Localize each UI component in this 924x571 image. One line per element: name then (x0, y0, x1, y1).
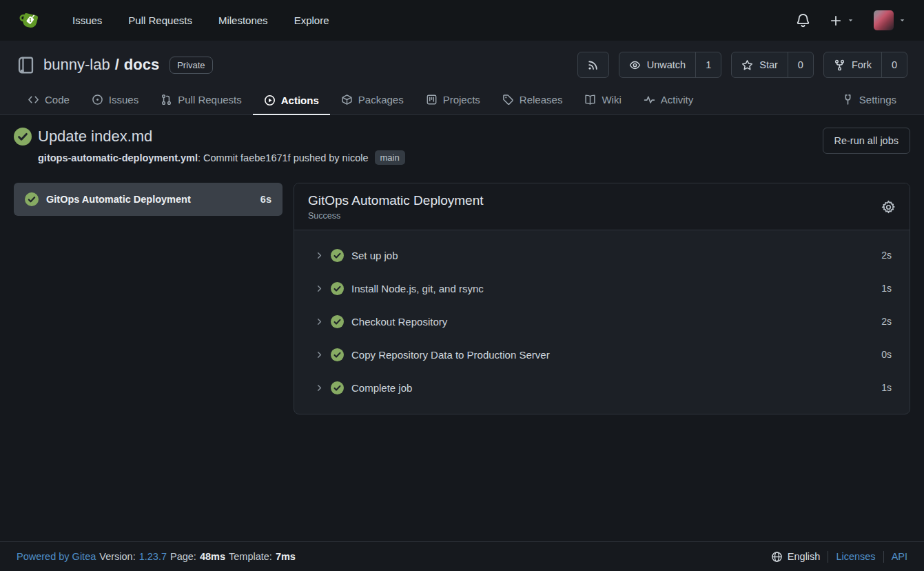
tab-wiki[interactable]: Wiki (573, 85, 632, 114)
run-success-check-icon (14, 128, 32, 146)
eye-icon (629, 59, 641, 71)
tab-projects[interactable]: Projects (415, 85, 491, 114)
repo-name-link[interactable]: docs (124, 56, 159, 74)
create-new-menu[interactable] (830, 14, 854, 27)
watchers-count[interactable]: 1 (695, 52, 721, 77)
stars-count[interactable]: 0 (788, 52, 813, 77)
step-success-check-icon (331, 315, 344, 328)
run-title: Update index.md (38, 128, 152, 146)
step-name: Install Node.js, git, and rsync (351, 283, 874, 294)
repo-path-separator: / (115, 56, 119, 74)
tab-pull-requests[interactable]: Pull Requests (150, 85, 253, 114)
pull-request-icon (161, 94, 172, 106)
step-name: Complete job (351, 382, 874, 394)
tab-label: Pull Requests (178, 94, 242, 106)
step-row[interactable]: Copy Repository Data to Production Serve… (294, 338, 910, 371)
tab-label: Projects (443, 94, 480, 106)
template-time: 7ms (276, 551, 296, 562)
powered-by-gitea-link[interactable]: Powered by Gitea (17, 551, 96, 562)
page-label: Page: (170, 551, 196, 562)
forks-count[interactable]: 0 (881, 52, 907, 77)
tab-issues[interactable]: Issues (81, 85, 150, 114)
licenses-link[interactable]: Licenses (836, 551, 875, 562)
nav-link-pull-requests[interactable]: Pull Requests (115, 14, 205, 26)
api-link[interactable]: API (892, 551, 907, 562)
tab-settings[interactable]: Settings (831, 85, 907, 114)
project-board-icon (426, 94, 438, 106)
gitea-logo[interactable] (18, 9, 41, 32)
pulse-icon (644, 94, 655, 106)
chevron-right-icon[interactable] (315, 284, 324, 293)
job-steps-list: Set up job 2s Install Node.js, git, and … (294, 230, 910, 414)
nav-link-issues[interactable]: Issues (59, 14, 115, 26)
breadcrumb: bunny-lab / docs (43, 56, 159, 74)
step-row[interactable]: Complete job 1s (294, 371, 910, 404)
version-link[interactable]: 1.23.7 (139, 551, 167, 562)
branch-badge[interactable]: main (375, 150, 405, 165)
footer-divider (883, 551, 884, 563)
package-cube-icon (341, 94, 353, 106)
repo-owner-link[interactable]: bunny-lab (43, 56, 110, 74)
version-label: Version: (99, 551, 135, 562)
unwatch-button[interactable]: Unwatch (619, 52, 695, 77)
chevron-right-icon[interactable] (315, 317, 324, 326)
job-duration: 6s (260, 194, 271, 205)
step-success-check-icon (331, 348, 344, 361)
step-row[interactable]: Install Node.js, git, and rsync 1s (294, 272, 910, 305)
step-row[interactable]: Checkout Repository 2s (294, 305, 910, 338)
top-navbar: Issues Pull Requests Milestones Explore (0, 0, 924, 41)
tab-activity[interactable]: Activity (633, 85, 705, 114)
run-subtitle: gitops-automatic-deployment.yml : Commit… (38, 150, 405, 165)
step-row[interactable]: Set up job 2s (294, 239, 910, 272)
tab-label: Code (45, 94, 70, 106)
tab-releases[interactable]: Releases (491, 85, 574, 114)
star-button[interactable]: Star (732, 52, 788, 77)
step-success-check-icon (331, 249, 344, 262)
star-label: Star (759, 59, 778, 70)
job-list-item-selected[interactable]: GitOps Automatic Deployment 6s (14, 183, 283, 216)
chevron-down-icon (847, 17, 854, 24)
chevron-right-icon[interactable] (315, 383, 324, 392)
notifications-bell-icon[interactable] (796, 13, 810, 28)
footer-divider (828, 551, 828, 563)
fork-icon (834, 59, 845, 71)
watch-button-group: Unwatch 1 (619, 52, 722, 78)
tab-label: Issues (109, 94, 138, 106)
rerun-all-jobs-button[interactable]: Re-run all jobs (823, 128, 911, 154)
job-status-text: Success (308, 211, 484, 221)
chevron-right-icon[interactable] (315, 350, 324, 359)
step-name: Copy Repository Data to Production Serve… (351, 349, 874, 361)
issue-icon (92, 94, 103, 106)
actions-run-page: Update index.md gitops-automatic-deploym… (0, 115, 924, 541)
language-selector[interactable]: English (771, 551, 821, 563)
repo-header: bunny-lab / docs Private Unwatch 1 (0, 41, 924, 115)
star-button-group: Star 0 (731, 52, 814, 78)
fork-label: Fork (852, 59, 872, 70)
avatar (874, 10, 894, 30)
tab-label: Packages (358, 94, 404, 106)
fork-button-group: Fork 0 (823, 52, 907, 78)
tab-code[interactable]: Code (17, 85, 81, 114)
page-time: 48ms (200, 551, 225, 562)
workflow-file-link[interactable]: gitops-automatic-deployment.yml (38, 152, 198, 163)
job-success-check-icon (25, 192, 39, 206)
step-name: Checkout Repository (351, 316, 874, 328)
user-menu[interactable] (874, 10, 906, 30)
tab-actions[interactable]: Actions (253, 86, 330, 115)
job-list: GitOps Automatic Deployment 6s (14, 183, 283, 216)
step-duration: 2s (881, 250, 892, 261)
fork-button[interactable]: Fork (824, 52, 881, 77)
code-icon (28, 94, 39, 106)
job-options-gear-icon[interactable] (881, 200, 896, 214)
commit-info: : Commit faebe1671f pushed by nicole (198, 152, 368, 163)
rss-feed-button[interactable] (577, 52, 609, 78)
tab-label: Settings (859, 94, 896, 106)
nav-link-explore[interactable]: Explore (281, 14, 342, 26)
tab-label: Releases (520, 94, 563, 106)
tab-packages[interactable]: Packages (330, 85, 415, 114)
template-label: Template: (229, 551, 272, 562)
play-circle-icon (264, 94, 276, 106)
chevron-right-icon[interactable] (315, 251, 324, 260)
tab-label: Wiki (602, 94, 621, 106)
nav-link-milestones[interactable]: Milestones (205, 14, 281, 26)
